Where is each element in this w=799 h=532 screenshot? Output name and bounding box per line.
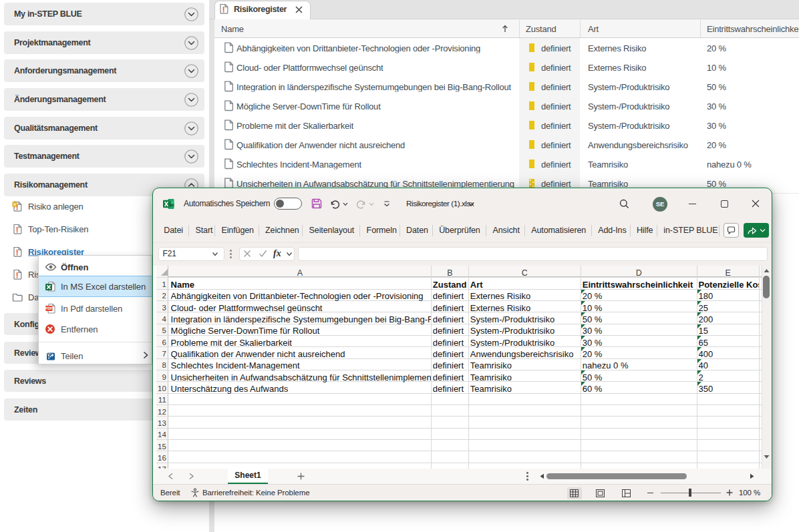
- svg-text:PDF: PDF: [45, 306, 53, 310]
